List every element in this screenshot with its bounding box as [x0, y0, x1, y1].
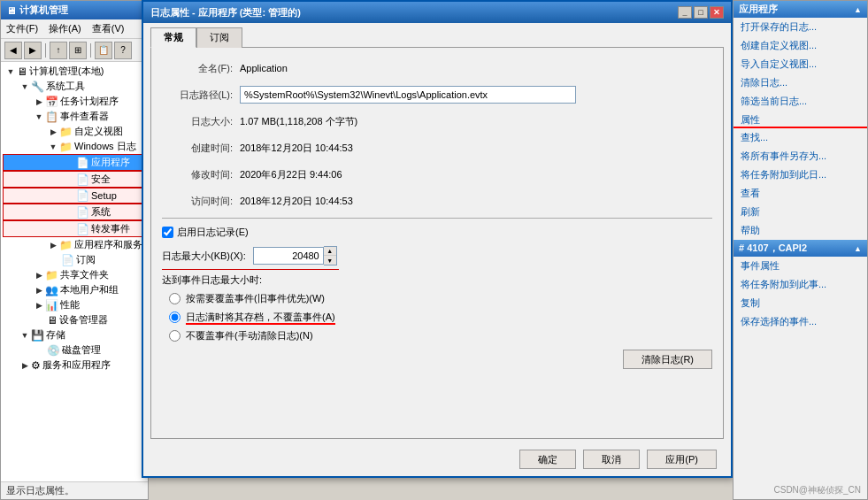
tree-expand-icon[interactable]: ▶ — [19, 361, 31, 370]
created-row: 创建时间: 2018年12月20日 10:44:53 — [162, 138, 712, 158]
tree-item-security[interactable]: 📄安全 — [3, 171, 146, 188]
tree-item-devicemgr[interactable]: 🖥设备管理器 — [3, 312, 146, 327]
tree-item-forwardedevents[interactable]: 📄转发事件 — [3, 220, 146, 237]
radio-archive-label[interactable]: 日志满时将其存档，不覆盖事件(A) — [186, 311, 335, 324]
tree-item-performance[interactable]: ▶📊性能 — [3, 297, 146, 312]
show-hide-button[interactable]: ⊞ — [69, 42, 87, 59]
right-item-1-1[interactable]: 将任务附加到此事... — [734, 275, 867, 294]
logsize-label: 日志大小: — [162, 115, 233, 128]
tree-expand-icon[interactable]: ▶ — [33, 301, 45, 310]
tree-item-appsvc[interactable]: ▶📁应用程序和服务 — [3, 237, 146, 252]
accessed-label: 访问时间: — [162, 195, 233, 208]
minimize-button[interactable]: _ — [678, 6, 692, 19]
radio-nooverwrite-label[interactable]: 不覆盖事件(手动清除日志)(N) — [186, 329, 313, 342]
spinbox-down-button[interactable]: ▼ — [324, 256, 336, 265]
tree-expand-icon[interactable]: ▶ — [47, 127, 59, 136]
radio-overwrite[interactable] — [169, 293, 181, 304]
right-section-label: 应用程序 — [739, 3, 778, 16]
tree-item-localusers[interactable]: ▶👥本地用户和组 — [3, 282, 146, 297]
tree-item-task[interactable]: ▶📅任务计划程序 — [3, 94, 146, 109]
tree-item-sub[interactable]: 📄订阅 — [3, 252, 146, 267]
tree-item-diskmgmt[interactable]: 💿磁盘管理 — [3, 342, 146, 358]
dialog-title: 日志属性 - 应用程序 (类型: 管理的) — [150, 6, 301, 19]
apply-button[interactable]: 应用(P) — [647, 450, 717, 469]
tree-item-eventviewer[interactable]: ▼📋事件查看器 — [3, 109, 146, 124]
right-item-0-9[interactable]: 查看 — [734, 184, 867, 203]
tree-expand-icon[interactable]: ▼ — [47, 142, 59, 151]
menu-action[interactable]: 操作(A) — [47, 21, 83, 36]
right-item-0-2[interactable]: 导入自定义视图... — [734, 55, 867, 73]
logpath-input[interactable] — [240, 86, 576, 104]
right-item-0-7[interactable]: 将所有事件另存为... — [734, 147, 867, 165]
right-item-1-2[interactable]: 复制 — [734, 294, 867, 312]
logsize-row: 日志大小: 1.07 MB(1,118,208 个字节) — [162, 112, 712, 131]
tree-expand-icon[interactable]: ▼ — [4, 67, 17, 76]
maximize-button[interactable]: □ — [694, 6, 708, 19]
tree-item-icon: 👥 — [45, 284, 58, 296]
clearlog-area: 清除日志(R) — [162, 350, 712, 369]
right-item-0-6[interactable]: 查找... — [734, 128, 867, 147]
close-button[interactable]: ✕ — [710, 6, 724, 19]
tree-item-computer[interactable]: ▼🖥计算机管理(本地) — [3, 64, 146, 79]
tree-item-icon: 📄 — [76, 206, 89, 219]
tree-item-winlog[interactable]: ▼📁Windows 日志 — [3, 139, 146, 154]
maxsize-input[interactable] — [253, 247, 324, 265]
tree-item-system[interactable]: 📄系统 — [3, 204, 146, 220]
radio-archive[interactable] — [169, 312, 181, 323]
enable-log-checkbox[interactable] — [162, 227, 173, 238]
tree-item-app[interactable]: 📄应用程序 — [3, 154, 146, 171]
tree-item-icon: ⚙ — [31, 359, 41, 372]
fullname-row: 全名(F): Application — [162, 58, 712, 78]
tree-expand-icon[interactable]: ▼ — [19, 82, 31, 91]
tree-item-label: 自定义视图 — [74, 125, 123, 138]
red-underline — [162, 269, 339, 270]
tab-subscription[interactable]: 订阅 — [196, 27, 242, 48]
tree-item-systools[interactable]: ▼🔧系统工具 — [3, 79, 146, 94]
logpath-label: 日志路径(L): — [162, 88, 233, 102]
tree-expand-icon[interactable]: ▼ — [33, 112, 45, 121]
help-button[interactable]: ? — [114, 42, 132, 59]
tree-expand-icon[interactable]: ▶ — [47, 241, 59, 250]
ok-button[interactable]: 确定 — [519, 450, 576, 469]
tree-item-storage[interactable]: ▼💾存储 — [3, 327, 146, 342]
right-item-1-0[interactable]: 事件属性 — [734, 257, 867, 275]
tree-item-setup[interactable]: 📄Setup — [3, 188, 146, 204]
toolbar-separator2 — [90, 43, 91, 58]
tree-expand-icon[interactable]: ▶ — [33, 286, 45, 295]
tree-expand-icon[interactable]: ▶ — [33, 271, 45, 280]
right-item-0-0[interactable]: 打开保存的日志... — [734, 18, 867, 36]
properties-button[interactable]: 📋 — [95, 42, 112, 59]
right-item-0-10[interactable]: 刷新 — [734, 203, 867, 221]
modified-row: 修改时间: 2020年6月22日 9:44:06 — [162, 165, 712, 184]
right-item-1-3[interactable]: 保存选择的事件... — [734, 312, 867, 331]
right-item-0-3[interactable]: 清除日志... — [734, 73, 867, 92]
status-bar: 显示日志属性。 — [1, 481, 148, 499]
clearlog-button[interactable]: 清除日志(R) — [623, 350, 712, 369]
modified-label: 修改时间: — [162, 168, 233, 181]
tree-expand-icon[interactable]: ▶ — [33, 97, 45, 106]
tree-item-sharedfolders[interactable]: ▶📁共享文件夹 — [3, 267, 146, 282]
right-item-0-8[interactable]: 将任务附加到此日... — [734, 165, 867, 184]
menu-file[interactable]: 文件(F) — [4, 21, 40, 36]
forward-button[interactable]: ▶ — [24, 42, 42, 59]
menu-view[interactable]: 查看(V) — [90, 21, 127, 36]
tree-item-label: 存储 — [46, 328, 65, 342]
right-item-0-5[interactable]: 属性 — [734, 111, 867, 128]
tree-item-svcapp[interactable]: ▶⚙服务和应用程序 — [3, 358, 146, 373]
enable-log-label[interactable]: 启用日志记录(E) — [177, 226, 249, 239]
back-button[interactable]: ◀ — [4, 42, 22, 59]
radio-nooverwrite[interactable] — [169, 330, 181, 342]
up-button[interactable]: ↑ — [50, 42, 67, 59]
tree-expand-icon[interactable]: ▼ — [19, 331, 31, 340]
radio-overwrite-label[interactable]: 按需要覆盖事件(旧事件优先)(W) — [186, 292, 325, 305]
tree-item-icon: 📄 — [61, 254, 74, 266]
tree-item-customview[interactable]: ▶📁自定义视图 — [3, 124, 146, 139]
main-dialog: 日志属性 - 应用程序 (类型: 管理的) _ □ ✕ 常规 订阅 全名(F):… — [142, 0, 733, 478]
right-item-0-11[interactable]: 帮助 — [734, 221, 867, 240]
cancel-button[interactable]: 取消 — [583, 450, 640, 469]
right-item-0-4[interactable]: 筛选当前日志... — [734, 92, 867, 111]
right-item-0-1[interactable]: 创建自定义视图... — [734, 36, 867, 55]
tab-general[interactable]: 常规 — [150, 27, 196, 48]
spinbox-up-button[interactable]: ▲ — [324, 247, 336, 256]
tree-item-label: 订阅 — [76, 253, 96, 266]
